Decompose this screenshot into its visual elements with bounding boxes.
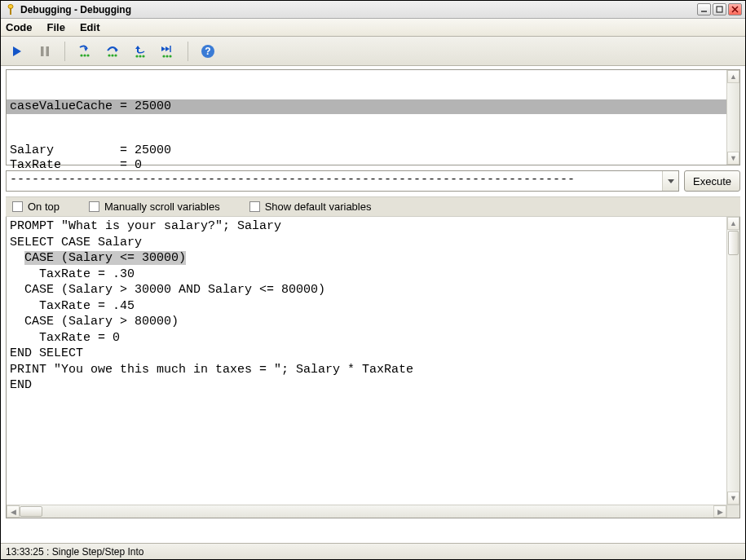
pause-icon	[38, 45, 51, 58]
app-icon	[4, 3, 17, 16]
menu-edit[interactable]: Edit	[80, 21, 100, 33]
statusbar: 13:33:25 : Single Step/Step Into	[1, 543, 745, 559]
maximize-button[interactable]	[713, 3, 726, 15]
variable-row: TaxRate = 0	[7, 158, 739, 173]
svg-point-0	[8, 4, 13, 8]
scroll-corner	[726, 505, 739, 518]
variable-row-highlighted: caseValueCache = 25000	[7, 99, 739, 114]
variables-content: caseValueCache = 25000 Salary = 25000Tax…	[7, 70, 739, 217]
scroll-thumb[interactable]	[728, 231, 739, 255]
help-button[interactable]: ?	[198, 42, 218, 61]
step-over-button[interactable]	[103, 42, 122, 61]
scroll-right-icon[interactable]: ▶	[713, 505, 726, 518]
svg-point-24	[162, 55, 165, 57]
toolbar-separator	[64, 42, 65, 61]
svg-point-25	[166, 55, 168, 57]
step-into-icon	[77, 44, 92, 59]
minimize-button[interactable]	[697, 3, 711, 15]
code-line: PROMPT "What is your salary?"; Salary	[10, 218, 736, 235]
step-into-button[interactable]	[75, 42, 95, 61]
window-title: Debugging - Debugging	[20, 4, 697, 15]
variables-scrollbar[interactable]: ▲ ▼	[726, 70, 739, 165]
variable-row: Salary = 25000	[7, 143, 739, 158]
svg-rect-7	[41, 46, 44, 56]
code-line: TaxRate = .45	[10, 298, 736, 315]
svg-text:?: ?	[205, 46, 210, 57]
code-line: END	[10, 377, 736, 394]
svg-marker-17	[135, 46, 140, 49]
menubar: Code File Edit	[1, 19, 745, 37]
play-icon	[11, 45, 24, 58]
svg-rect-1	[10, 8, 11, 15]
variable-row: ----------------------------------------…	[7, 173, 739, 187]
code-line: TaxRate = .30	[10, 267, 736, 283]
svg-point-15	[111, 54, 113, 56]
titlebar: Debugging - Debugging	[1, 1, 745, 19]
code-line: CASE (Salary > 30000 AND Salary <= 80000…	[10, 282, 736, 298]
status-text: 13:33:25 : Single Step/Step Into	[6, 546, 143, 558]
code-scrollbar-horizontal[interactable]: ◀ ▶	[7, 505, 726, 518]
code-content[interactable]: PROMPT "What is your salary?"; SalarySEL…	[7, 217, 739, 395]
svg-point-10	[80, 54, 82, 56]
scroll-up-icon[interactable]: ▲	[727, 217, 739, 230]
code-line: CASE (Salary > 80000)	[10, 314, 736, 330]
toolbar-separator	[188, 42, 188, 61]
help-icon: ?	[201, 44, 215, 59]
svg-point-20	[142, 55, 144, 57]
menu-file[interactable]: File	[47, 21, 65, 33]
svg-point-19	[139, 55, 141, 57]
svg-point-11	[83, 54, 86, 56]
pause-button[interactable]	[35, 42, 55, 61]
scroll-down-icon[interactable]: ▼	[727, 492, 739, 505]
svg-rect-8	[46, 46, 50, 56]
svg-rect-3	[717, 7, 722, 12]
run-to-button[interactable]	[158, 42, 178, 61]
svg-marker-22	[166, 46, 170, 51]
menu-code[interactable]: Code	[6, 21, 33, 33]
run-to-icon	[160, 44, 176, 59]
step-out-icon	[133, 44, 148, 59]
close-button[interactable]	[728, 3, 742, 15]
scroll-left-icon[interactable]: ◀	[7, 505, 20, 518]
svg-point-16	[114, 54, 117, 56]
code-scrollbar-vertical[interactable]: ▲ ▼	[726, 217, 739, 505]
variables-panel: caseValueCache = 25000 Salary = 25000Tax…	[6, 69, 740, 165]
scroll-thumb[interactable]	[20, 506, 42, 517]
code-line: END SELECT	[10, 346, 736, 362]
svg-point-18	[135, 55, 138, 57]
code-line: SELECT CASE Salary	[10, 235, 736, 251]
svg-marker-6	[13, 46, 21, 56]
run-button[interactable]	[7, 42, 27, 61]
code-line: TaxRate = 0	[10, 330, 736, 346]
svg-marker-21	[161, 46, 166, 51]
svg-point-26	[169, 55, 171, 57]
scroll-up-icon[interactable]: ▲	[727, 70, 739, 83]
scroll-down-icon[interactable]: ▼	[727, 152, 739, 165]
step-out-button[interactable]	[130, 42, 150, 61]
svg-point-14	[108, 54, 110, 56]
code-panel: PROMPT "What is your salary?"; SalarySEL…	[6, 217, 740, 518]
code-line: PRINT "You owe this much in taxes = "; S…	[10, 362, 736, 378]
code-line-current: CASE (Salary <= 30000)	[10, 250, 736, 267]
toolbar: ?	[1, 37, 745, 66]
step-over-icon	[105, 44, 120, 59]
svg-point-12	[86, 54, 89, 56]
